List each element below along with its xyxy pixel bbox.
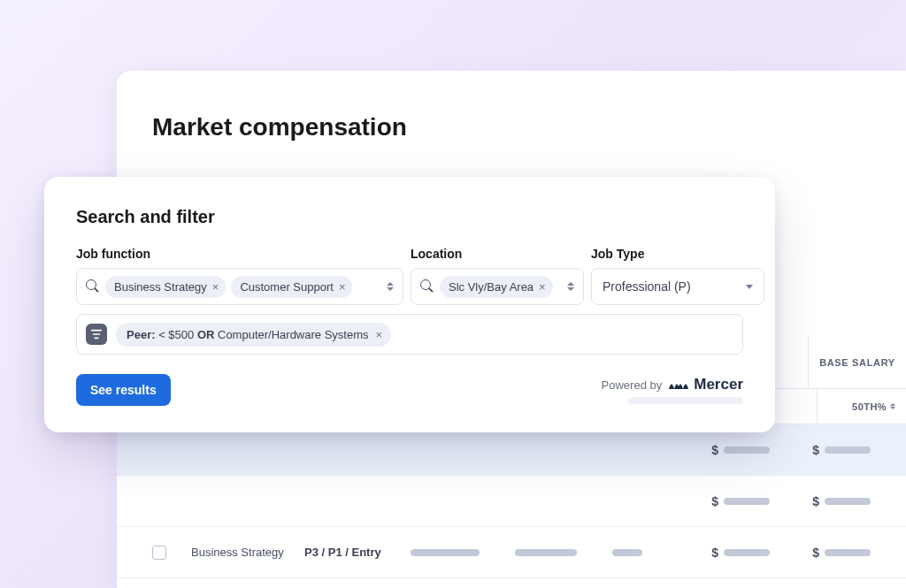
powered-by: Powered by Mercer — [602, 376, 743, 404]
column-base-salary: BASE SALARY — [819, 357, 895, 368]
chevron-down-icon — [746, 285, 753, 289]
table-row[interactable]: Business Strategy P3 / P1 / Entry $ $ — [117, 527, 906, 578]
table-row[interactable]: $ $ — [117, 476, 906, 527]
filter-icon — [86, 324, 107, 345]
expand-icon[interactable] — [565, 282, 576, 291]
label-location: Location — [411, 247, 584, 261]
see-results-button[interactable]: See results — [76, 374, 171, 406]
page-title: Market compensation — [152, 113, 871, 141]
filter-title: Search and filter — [76, 207, 743, 227]
salary-cell: $ — [791, 546, 871, 560]
powered-by-label: Powered by — [602, 378, 663, 392]
chip-remove-icon[interactable]: × — [376, 328, 383, 341]
salary-cell: $ — [791, 443, 871, 457]
chip-job-function[interactable]: Customer Support × — [231, 276, 352, 298]
table-row[interactable]: Business Strategy P1 / Entry $ $ — [117, 578, 906, 588]
job-type-value: Professional (P) — [603, 279, 691, 294]
label-job-function: Job function — [76, 247, 403, 261]
mercer-logo: Mercer — [669, 376, 743, 393]
salary-cell: $ — [690, 546, 770, 560]
expand-icon[interactable] — [385, 282, 395, 291]
search-icon — [86, 279, 100, 294]
salary-cell: $ — [690, 443, 770, 457]
powered-placeholder — [628, 397, 743, 404]
filter-panel: Search and filter Job function Location … — [44, 177, 775, 432]
search-icon — [420, 279, 434, 294]
sort-icon — [890, 401, 899, 412]
row-checkbox[interactable] — [152, 546, 166, 560]
label-job-type: Job Type — [591, 247, 764, 261]
chip-remove-icon[interactable]: × — [212, 281, 219, 293]
cell-job-function: Business Strategy — [191, 546, 304, 559]
chip-job-function[interactable]: Business Strategy × — [105, 276, 226, 298]
peer-filter-input[interactable]: Peer: < $500 OR Computer/Hardware System… — [76, 314, 743, 355]
column-50th[interactable]: 50TH% — [818, 401, 906, 412]
chip-remove-icon[interactable]: × — [339, 281, 346, 293]
job-type-select[interactable]: Professional (P) — [591, 268, 764, 305]
job-function-input[interactable]: Business Strategy × Customer Support × — [76, 268, 403, 305]
salary-cell: $ — [690, 494, 770, 508]
location-input[interactable]: Slc Vly/Bay Area × — [411, 268, 584, 305]
mercer-logo-text: Mercer — [694, 376, 743, 393]
chip-location[interactable]: Slc Vly/Bay Area × — [440, 276, 553, 298]
salary-cell: $ — [791, 494, 871, 508]
mercer-logo-icon — [669, 378, 688, 392]
placeholder-cells — [411, 549, 642, 556]
peer-chip[interactable]: Peer: < $500 OR Computer/Hardware System… — [116, 323, 391, 347]
cell-level: P3 / P1 / Entry — [304, 546, 411, 559]
chip-remove-icon[interactable]: × — [539, 281, 546, 293]
